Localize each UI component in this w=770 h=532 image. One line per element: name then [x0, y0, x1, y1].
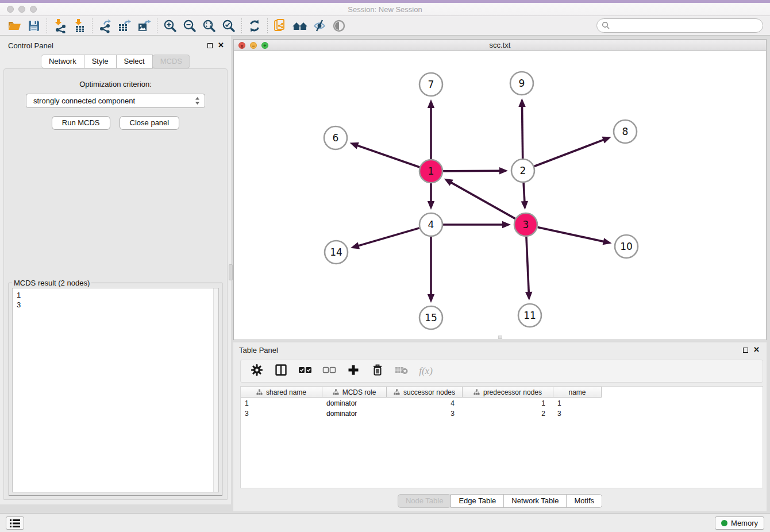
- column-header-successor-nodes[interactable]: successor nodes: [387, 387, 463, 398]
- import-network-icon: [52, 18, 67, 33]
- graph-edge[interactable]: [443, 171, 500, 171]
- cell-shared-name[interactable]: 1: [241, 399, 322, 407]
- import-table-button[interactable]: [70, 17, 89, 34]
- graph-edge-arrowhead[interactable]: [499, 167, 508, 174]
- graph-edge[interactable]: [526, 237, 529, 293]
- close-panel-button[interactable]: Close panel: [120, 116, 180, 130]
- tab-mcds[interactable]: MCDS: [152, 55, 190, 68]
- show-columns-button[interactable]: [273, 363, 289, 379]
- export-table-button[interactable]: [115, 17, 134, 34]
- graph-node-label: 14: [330, 246, 342, 258]
- graph-edge-arrowhead[interactable]: [351, 242, 360, 249]
- graph-edge-arrowhead[interactable]: [521, 201, 528, 210]
- graph-edge[interactable]: [357, 228, 419, 246]
- graph-edge-arrowhead[interactable]: [603, 238, 612, 245]
- graph-edge-arrowhead[interactable]: [518, 98, 525, 107]
- close-panel-icon[interactable]: ✕: [753, 347, 760, 353]
- cell-predecessor-nodes[interactable]: 1: [463, 399, 553, 407]
- tab-motifs[interactable]: Motifs: [566, 494, 602, 508]
- network-canvas[interactable]: 7968124314101511: [234, 51, 766, 340]
- search-icon: [602, 21, 610, 30]
- run-mcds-button[interactable]: Run MCDS: [52, 116, 110, 130]
- mcds-result-box[interactable]: 1 3: [12, 288, 219, 492]
- float-panel-icon[interactable]: [743, 348, 748, 353]
- graph-node-label: 6: [333, 132, 339, 144]
- zoom-selected-button[interactable]: [219, 17, 238, 34]
- graph-edge[interactable]: [357, 145, 419, 167]
- cell-name[interactable]: 3: [553, 410, 602, 418]
- graph-edge-arrowhead[interactable]: [350, 142, 359, 149]
- open-folder-icon: [7, 18, 22, 33]
- control-panel-header: Control Panel ✕: [0, 39, 231, 52]
- graph-edge[interactable]: [538, 227, 605, 241]
- zoom-fit-button[interactable]: [199, 17, 219, 34]
- graph-edge[interactable]: [451, 182, 515, 219]
- graph-edge[interactable]: [534, 140, 605, 167]
- show-all-button[interactable]: [329, 17, 349, 34]
- graph-edge-arrowhead[interactable]: [428, 201, 434, 210]
- open-session-button[interactable]: [5, 17, 24, 34]
- cell-mcds-role[interactable]: dominator: [322, 399, 387, 407]
- table-row[interactable]: 1 dominator 4 1 1: [241, 399, 763, 408]
- cell-successor-nodes[interactable]: 3: [387, 410, 463, 418]
- unselect-all-columns-button[interactable]: [321, 363, 337, 379]
- homes-icon: [291, 18, 309, 33]
- graph-edge-arrowhead[interactable]: [428, 99, 434, 108]
- column-header-shared-name[interactable]: shared name: [241, 387, 322, 398]
- graph-edge-arrowhead[interactable]: [502, 221, 511, 228]
- preferred-layout-button[interactable]: [290, 17, 310, 34]
- memory-button[interactable]: Memory: [715, 516, 764, 530]
- create-column-button[interactable]: [345, 363, 361, 379]
- panel-splitter-handle[interactable]: [229, 264, 233, 280]
- hide-selected-button[interactable]: [310, 17, 329, 34]
- export-network-button[interactable]: [95, 17, 115, 34]
- save-session-button[interactable]: [24, 17, 44, 34]
- tab-network-table[interactable]: Network Table: [503, 494, 567, 508]
- cell-mcds-role[interactable]: dominator: [322, 410, 387, 418]
- column-header-predecessor-nodes[interactable]: predecessor nodes: [463, 387, 553, 398]
- graph-edge[interactable]: [523, 183, 525, 202]
- tree-icon: [473, 389, 480, 395]
- zoom-in-button[interactable]: [160, 17, 180, 34]
- tab-edge-table[interactable]: Edge Table: [451, 494, 504, 508]
- eye-icon: [332, 18, 346, 33]
- graph-edge[interactable]: [522, 106, 523, 159]
- table-row[interactable]: 3 dominator 3 2 3: [241, 409, 763, 418]
- result-scrollbar[interactable]: [213, 288, 218, 492]
- import-network-button[interactable]: [50, 17, 70, 34]
- close-panel-icon[interactable]: ✕: [218, 43, 224, 48]
- float-panel-icon[interactable]: [207, 43, 213, 48]
- tab-select[interactable]: Select: [116, 55, 153, 68]
- delete-table-button[interactable]: [394, 363, 410, 379]
- optimization-criterion-label: Optimization criterion:: [4, 80, 227, 88]
- mcds-panel: Optimization criterion: strongly connect…: [3, 68, 228, 500]
- cell-shared-name[interactable]: 3: [241, 410, 322, 418]
- task-history-button[interactable]: [6, 516, 24, 530]
- toolbar-separator: [267, 18, 268, 33]
- cell-successor-nodes[interactable]: 4: [387, 399, 463, 407]
- tab-network[interactable]: Network: [41, 55, 84, 68]
- select-all-columns-button[interactable]: [297, 363, 313, 379]
- search-input[interactable]: [610, 20, 763, 32]
- zoom-out-button[interactable]: [180, 17, 199, 34]
- cell-name[interactable]: 1: [553, 399, 602, 407]
- export-image-button[interactable]: [134, 17, 154, 34]
- graph-edge-arrowhead[interactable]: [525, 292, 532, 300]
- graph-edge-arrowhead[interactable]: [602, 137, 611, 144]
- column-header-mcds-role[interactable]: MCDS role: [322, 387, 387, 398]
- graph-edge-arrowhead[interactable]: [428, 294, 434, 303]
- criterion-select[interactable]: strongly connected component: [26, 94, 205, 108]
- delete-columns-button[interactable]: [369, 363, 386, 379]
- cell-predecessor-nodes[interactable]: 2: [463, 410, 553, 418]
- tab-node-table[interactable]: Node Table: [398, 494, 452, 508]
- refresh-button[interactable]: [245, 17, 264, 34]
- column-header-name[interactable]: name: [553, 387, 602, 398]
- function-builder-button[interactable]: f(x): [418, 363, 434, 379]
- table-options-button[interactable]: [249, 363, 265, 379]
- tab-style[interactable]: Style: [84, 55, 117, 68]
- fx-icon: f(x): [419, 365, 433, 377]
- graph-node-label: 9: [519, 78, 525, 89]
- clone-network-button[interactable]: [271, 17, 290, 34]
- node-table: shared name MCDS role successor nodes pr…: [240, 386, 763, 488]
- canvas-splitter-handle[interactable]: [498, 336, 502, 339]
